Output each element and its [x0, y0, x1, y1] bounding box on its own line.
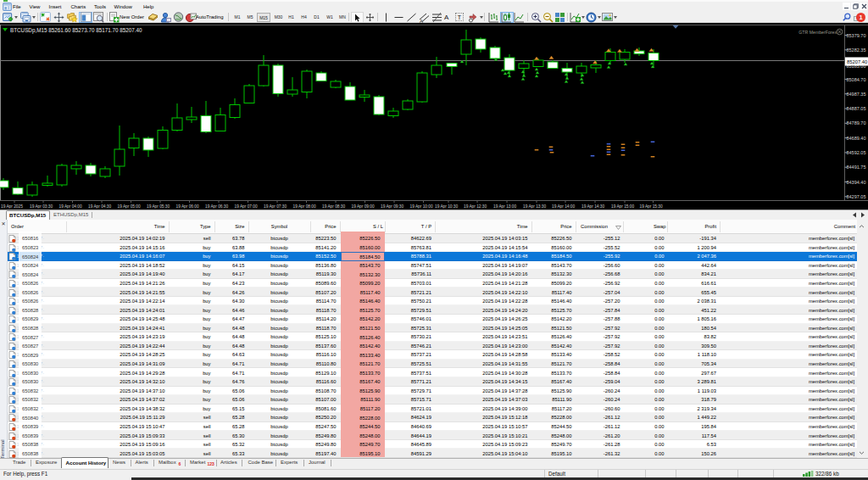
svg-text:19 Apr 14:00: 19 Apr 14:00	[552, 204, 576, 209]
svg-text:19 Apr 10:30: 19 Apr 10:30	[435, 204, 459, 209]
svg-text:84987.35: 84987.35	[847, 92, 866, 97]
svg-text:19 Apr 05:30: 19 Apr 05:30	[147, 204, 170, 209]
svg-text:85379.70: 85379.70	[847, 33, 866, 38]
svg-text:84491.75: 84491.75	[847, 165, 866, 170]
svg-text:19 Apr 09:00: 19 Apr 09:00	[352, 204, 376, 209]
svg-text:19 Apr 08:00: 19 Apr 08:00	[293, 204, 317, 209]
svg-text:19 Apr 06:00: 19 Apr 06:00	[176, 204, 200, 209]
svg-text:84592.05: 84592.05	[847, 150, 866, 155]
svg-text:19 Apr 04:30: 19 Apr 04:30	[88, 204, 112, 209]
svg-text:84689.40: 84689.40	[847, 136, 866, 141]
svg-text:19 Apr 07:30: 19 Apr 07:30	[264, 204, 287, 209]
svg-text:19 Apr 2025: 19 Apr 2025	[1, 204, 23, 209]
svg-text:19 Apr 09:30: 19 Apr 09:30	[381, 204, 404, 209]
svg-text:19 Apr 05:00: 19 Apr 05:00	[118, 204, 142, 209]
svg-text:85282.35: 85282.35	[847, 47, 866, 53]
svg-text:19 Apr 03:30: 19 Apr 03:30	[30, 204, 53, 209]
svg-text:84297.05: 84297.05	[847, 194, 866, 199]
svg-text:84789.70: 84789.70	[847, 120, 866, 126]
svg-text:BTCUSDp,M15 85261.60 85273.70: BTCUSDp,M15 85261.60 85273.70 85171.70 8…	[10, 27, 142, 34]
svg-text:84887.05: 84887.05	[847, 106, 866, 111]
svg-text:19 Apr 04:00: 19 Apr 04:00	[59, 204, 83, 209]
svg-text:19 Apr 12:30: 19 Apr 12:30	[464, 204, 487, 209]
svg-text:85207.40: 85207.40	[847, 59, 867, 64]
svg-text:19 Apr 10:00: 19 Apr 10:00	[410, 204, 434, 209]
svg-text:19 Apr 13:00: 19 Apr 13:00	[493, 204, 517, 209]
svg-text:19 Apr 14:30: 19 Apr 14:30	[581, 204, 605, 209]
svg-text:19 Apr 15:30: 19 Apr 15:30	[640, 204, 664, 209]
svg-text:19 Apr 08:30: 19 Apr 08:30	[322, 204, 346, 209]
svg-text:19 Apr 15:00: 19 Apr 15:00	[611, 204, 635, 209]
svg-text:GTR MemberForex: GTR MemberForex	[798, 30, 837, 35]
svg-text:84394.40: 84394.40	[847, 180, 866, 185]
svg-text:85084.70: 85084.70	[847, 77, 866, 82]
svg-text:19 Apr 06:30: 19 Apr 06:30	[205, 204, 229, 209]
svg-text:19 Apr 13:30: 19 Apr 13:30	[523, 204, 547, 209]
svg-text:19 Apr 07:00: 19 Apr 07:00	[235, 204, 259, 209]
